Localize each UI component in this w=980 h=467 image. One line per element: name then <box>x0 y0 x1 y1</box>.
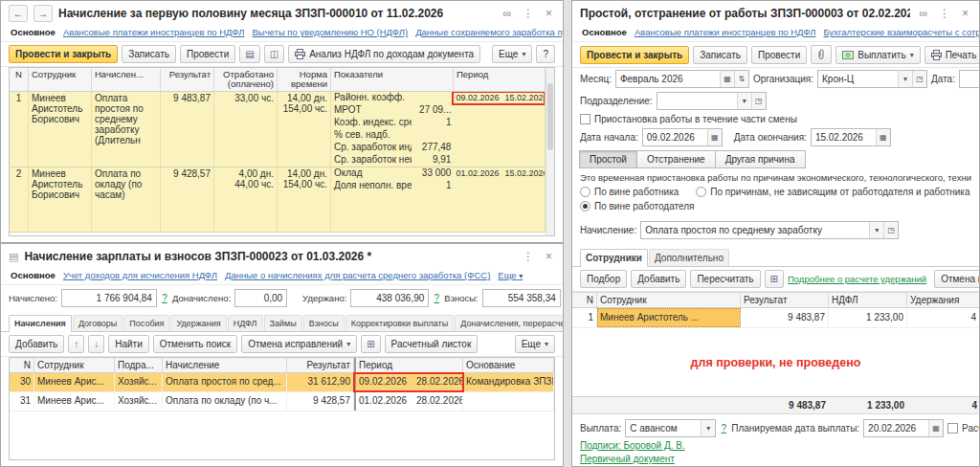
close-icon[interactable]: × <box>543 7 555 20</box>
cancel-fixes-button[interactable]: Отмена исправлений▾ <box>241 335 357 353</box>
department-field[interactable]: ▾ ◳ <box>657 92 767 110</box>
reason-employer-radio[interactable] <box>580 201 590 211</box>
post-and-close-button[interactable]: Провести и закрыть <box>9 45 118 63</box>
signatures-link[interactable]: Подписи: Боровой Д. В. <box>580 440 685 451</box>
move-down-icon[interactable]: ↓ <box>88 335 104 353</box>
vertical-scrollbar[interactable] <box>546 68 554 235</box>
tab-contracts[interactable]: Договоры <box>73 315 122 331</box>
calendar-icon[interactable]: ▦ <box>720 71 734 87</box>
cancel-fixes-button[interactable]: Отмена исправлений▾ <box>934 270 979 288</box>
back-icon[interactable]: ← <box>9 5 28 22</box>
nav-link-income-ndfl[interactable]: Учет доходов для исчисления НДФЛ <box>63 270 217 280</box>
help-link[interactable]: ? <box>161 293 168 303</box>
employee-cell-selected[interactable]: Минеев Аристотель ... <box>597 308 741 327</box>
help-link[interactable]: ? <box>720 423 727 434</box>
open-icon[interactable]: ◳ <box>912 71 926 87</box>
tab-recalculations[interactable]: Доначисления, перерасчеты <box>455 315 564 331</box>
forward-icon[interactable]: → <box>33 5 53 22</box>
additional-accrued-field[interactable]: 0,00 <box>234 289 287 307</box>
cancel-search-button[interactable]: Отменить поиск <box>153 335 237 353</box>
help-link[interactable]: ? <box>433 293 440 303</box>
kind-suspension[interactable]: Отстранение <box>636 150 716 168</box>
calendar-icon[interactable]: ▦ <box>928 420 943 436</box>
date-field[interactable] <box>959 70 980 88</box>
export-table-icon[interactable]: ⊞ <box>361 335 380 353</box>
accrued-field[interactable]: 1 766 904,84 <box>61 289 157 307</box>
open-icon[interactable]: ◳ <box>751 93 766 109</box>
add-button[interactable]: Добавить <box>9 335 64 353</box>
contributions-field[interactable]: 554 358,34 <box>482 289 561 307</box>
table-row[interactable]: 1 Минеев Аристотель ... 9 483,87 1 233,0… <box>572 308 979 328</box>
dropdown-icon[interactable]: ▾ <box>701 420 715 436</box>
add-button[interactable]: Добавить <box>631 270 686 288</box>
dropdown-icon[interactable]: ▾ <box>898 71 912 87</box>
tab-deductions[interactable]: Удержания <box>170 315 226 331</box>
kind-downtime[interactable]: Простой <box>579 150 637 168</box>
print-button[interactable]: Печать▾ <box>924 46 979 64</box>
tab-additional[interactable]: Дополнительно <box>649 249 729 266</box>
reason-independent-radio[interactable] <box>696 187 706 197</box>
nav-link-advance-payments[interactable]: Авансовые платежи иностранцев по НДФЛ <box>63 27 245 37</box>
export-table-icon[interactable]: ⊞ <box>765 270 784 288</box>
kind-other-reason[interactable]: Другая причина <box>715 150 806 168</box>
help-button[interactable]: ? <box>536 45 555 63</box>
pick-button[interactable]: Подбор <box>580 270 627 288</box>
withheld-field[interactable]: 438 036,90 <box>350 289 429 307</box>
open-icon[interactable]: ◳ <box>883 222 898 238</box>
more-menu[interactable]: Еще ▾ <box>498 270 523 280</box>
start-date-field[interactable]: 09.02.2026 ▦ <box>642 128 723 146</box>
save-link-icon[interactable]: ∞ <box>500 7 514 20</box>
scrollbar-thumb[interactable] <box>547 83 553 150</box>
tab-main[interactable]: Основное <box>582 27 627 37</box>
find-button[interactable]: Найти <box>108 335 149 353</box>
nav-link-deductions[interactable]: Вычеты по уведомлению НО (НДФЛ) <box>252 27 408 37</box>
tab-payment-adjustments[interactable]: Корректировки выплаты <box>345 315 454 331</box>
calendar-icon[interactable]: ▦ <box>876 129 890 145</box>
dropdown-icon[interactable]: ▾ <box>737 93 751 109</box>
tab-loans[interactable]: Займы <box>264 315 302 331</box>
ndfl-analysis-button[interactable]: Анализ НДФЛ по доходам документа <box>288 45 480 63</box>
tab-accruals[interactable]: Начисления <box>9 315 72 332</box>
postings-icon[interactable]: ▤ <box>239 45 259 63</box>
reason-employee-radio[interactable] <box>580 187 590 197</box>
organization-field[interactable]: Крон-Ц ▾ ◳ <box>817 70 927 88</box>
move-up-icon[interactable]: ↑ <box>68 335 84 353</box>
post-button[interactable]: Провести <box>751 46 807 64</box>
nav-link-retained-earnings[interactable]: Данные сохраняемого заработка при взыска… <box>415 27 563 37</box>
window-menu-icon[interactable]: ⋮ <box>936 7 953 20</box>
attachments-icon[interactable] <box>811 45 832 64</box>
close-icon[interactable]: × <box>959 7 971 20</box>
dropdown-icon[interactable]: ▾ <box>869 222 883 238</box>
tab-contributions[interactable]: Взносы <box>303 315 345 331</box>
pause-part-shift-checkbox[interactable] <box>580 114 590 124</box>
pay-button[interactable]: Выплатить▾ <box>835 46 920 64</box>
more-button[interactable]: Еще▾ <box>492 45 532 63</box>
nav-link-advance-payments[interactable]: Авансовые платежи иностранцев по НДФЛ <box>635 27 816 37</box>
close-icon[interactable]: × <box>543 250 555 263</box>
window-menu-icon[interactable]: ⋮ <box>520 250 537 263</box>
end-date-field[interactable]: 15.02.2026 ▦ <box>811 128 891 146</box>
save-button[interactable]: Записать <box>122 45 176 63</box>
table-row[interactable]: 31 Минеев Арис... Хозяйс... Оплата по ок… <box>10 392 554 411</box>
more-button[interactable]: Еще▾ <box>515 335 555 353</box>
post-and-close-button[interactable]: Провести и закрыть <box>580 46 689 64</box>
month-spinner-icon[interactable]: ⇅ <box>734 71 748 87</box>
window-menu-icon[interactable]: ⋮ <box>520 7 537 20</box>
accrual-field[interactable]: Оплата простоя по среднему заработку ▾ ◳ <box>640 221 899 239</box>
create-based-on-icon[interactable]: ◫ <box>264 45 284 63</box>
nav-link-average-earnings-fss[interactable]: Данные о начислениях для расчета среднег… <box>225 270 490 280</box>
planned-pay-date-field[interactable]: 20.02.2026 ▦ <box>863 419 944 437</box>
save-link-icon[interactable]: ∞ <box>916 7 930 20</box>
tab-employees[interactable]: Сотрудники <box>580 249 648 267</box>
payslip-button[interactable]: Расчетный листок <box>385 335 479 353</box>
payment-kind-field[interactable]: С авансом ▾ <box>625 419 716 437</box>
primary-document-link[interactable]: Первичный документ <box>580 454 675 464</box>
tab-main[interactable]: Основное <box>11 270 56 280</box>
table-row[interactable]: 30 Минеев Арис... Хозяйс... Оплата прост… <box>10 373 554 392</box>
recalculate-button[interactable]: Пересчитать <box>690 270 760 288</box>
save-button[interactable]: Записать <box>693 46 747 64</box>
calendar-icon[interactable]: ▦ <box>707 129 722 145</box>
tab-ndfl[interactable]: НДФЛ <box>228 315 263 331</box>
table-row[interactable]: 2 Минеев Аристотель Борисович Оплата по … <box>10 167 554 233</box>
calculation-approved-checkbox[interactable] <box>947 423 958 434</box>
